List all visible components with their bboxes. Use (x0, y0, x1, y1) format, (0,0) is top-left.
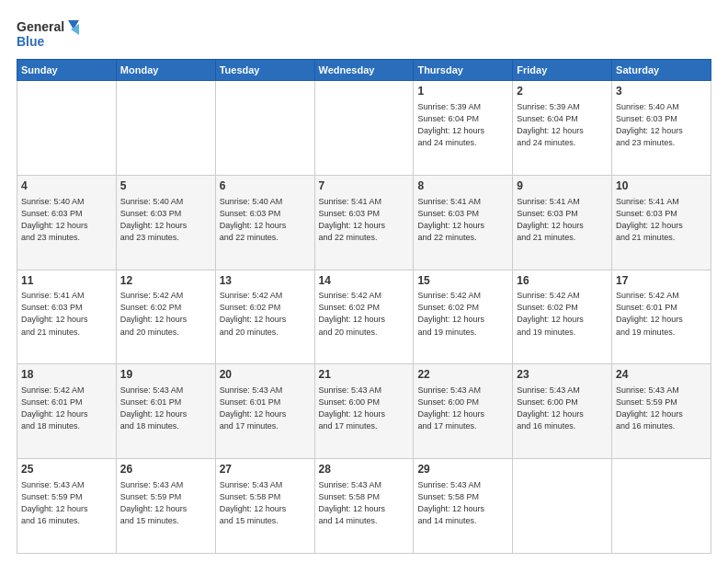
day-info: Sunrise: 5:43 AMSunset: 6:00 PMDaylight:… (517, 385, 608, 432)
cell-w4-d0: 18Sunrise: 5:42 AMSunset: 6:01 PMDayligh… (17, 364, 117, 459)
day-info: Sunrise: 5:42 AMSunset: 6:02 PMDaylight:… (417, 290, 508, 338)
day-number: 11 (21, 273, 112, 289)
day-number: 21 (319, 367, 410, 383)
cell-w3-d6: 17Sunrise: 5:42 AMSunset: 6:01 PMDayligh… (612, 270, 711, 364)
cell-w1-d5: 2Sunrise: 5:39 AMSunset: 6:04 PMDaylight… (513, 81, 612, 176)
cell-w4-d1: 19Sunrise: 5:43 AMSunset: 6:01 PMDayligh… (116, 364, 215, 459)
day-info: Sunrise: 5:43 AMSunset: 6:01 PMDaylight:… (120, 385, 211, 432)
cell-w1-d2 (215, 81, 314, 176)
day-info: Sunrise: 5:43 AMSunset: 5:58 PMDaylight:… (417, 479, 508, 527)
day-number: 17 (616, 273, 707, 289)
day-info: Sunrise: 5:40 AMSunset: 6:03 PMDaylight:… (120, 196, 211, 244)
day-number: 2 (517, 84, 608, 99)
day-info: Sunrise: 5:42 AMSunset: 6:01 PMDaylight:… (616, 290, 707, 338)
header: General Blue (17, 17, 711, 52)
cell-w3-d2: 13Sunrise: 5:42 AMSunset: 6:02 PMDayligh… (215, 270, 314, 364)
cell-w2-d0: 4Sunrise: 5:40 AMSunset: 6:03 PMDaylight… (17, 175, 117, 270)
day-info: Sunrise: 5:42 AMSunset: 6:02 PMDaylight:… (120, 290, 211, 338)
day-info: Sunrise: 5:39 AMSunset: 6:04 PMDaylight:… (417, 101, 508, 149)
cell-w3-d5: 16Sunrise: 5:42 AMSunset: 6:02 PMDayligh… (513, 270, 612, 364)
day-info: Sunrise: 5:42 AMSunset: 6:02 PMDaylight:… (517, 290, 608, 338)
header-tuesday: Tuesday (215, 60, 314, 81)
cell-w5-d6 (612, 459, 711, 554)
day-number: 14 (319, 273, 410, 289)
calendar-header-row: SundayMondayTuesdayWednesdayThursdayFrid… (17, 60, 711, 81)
day-number: 16 (517, 273, 608, 289)
day-info: Sunrise: 5:39 AMSunset: 6:04 PMDaylight:… (517, 101, 608, 149)
day-number: 25 (21, 462, 112, 477)
cell-w2-d6: 10Sunrise: 5:41 AMSunset: 6:03 PMDayligh… (612, 175, 711, 270)
cell-w4-d4: 22Sunrise: 5:43 AMSunset: 6:00 PMDayligh… (414, 364, 513, 459)
cell-w3-d4: 15Sunrise: 5:42 AMSunset: 6:02 PMDayligh… (414, 270, 513, 364)
cell-w3-d1: 12Sunrise: 5:42 AMSunset: 6:02 PMDayligh… (116, 270, 215, 364)
day-info: Sunrise: 5:41 AMSunset: 6:03 PMDaylight:… (319, 196, 410, 244)
week-row-2: 4Sunrise: 5:40 AMSunset: 6:03 PMDaylight… (17, 175, 711, 270)
day-info: Sunrise: 5:42 AMSunset: 6:02 PMDaylight:… (319, 290, 410, 338)
cell-w4-d6: 24Sunrise: 5:43 AMSunset: 5:59 PMDayligh… (612, 364, 711, 459)
week-row-3: 11Sunrise: 5:41 AMSunset: 6:03 PMDayligh… (17, 270, 711, 364)
day-number: 19 (120, 367, 211, 383)
cell-w2-d5: 9Sunrise: 5:41 AMSunset: 6:03 PMDaylight… (513, 175, 612, 270)
day-number: 29 (417, 462, 508, 477)
header-monday: Monday (116, 60, 215, 81)
day-number: 7 (319, 178, 410, 194)
cell-w1-d3 (314, 81, 414, 176)
day-number: 22 (417, 367, 508, 383)
cell-w5-d4: 29Sunrise: 5:43 AMSunset: 5:58 PMDayligh… (414, 459, 513, 554)
day-number: 20 (220, 367, 311, 383)
day-info: Sunrise: 5:40 AMSunset: 6:03 PMDaylight:… (220, 196, 311, 244)
cell-w1-d1 (116, 81, 215, 176)
day-info: Sunrise: 5:40 AMSunset: 6:03 PMDaylight:… (616, 101, 707, 149)
logo-svg: General Blue (17, 17, 81, 52)
day-number: 8 (417, 178, 508, 194)
day-number: 6 (220, 178, 311, 194)
cell-w2-d4: 8Sunrise: 5:41 AMSunset: 6:03 PMDaylight… (414, 175, 513, 270)
day-number: 3 (616, 84, 707, 99)
day-number: 15 (417, 273, 508, 289)
logo: General Blue (17, 17, 81, 52)
week-row-4: 18Sunrise: 5:42 AMSunset: 6:01 PMDayligh… (17, 364, 711, 459)
cell-w1-d0 (17, 81, 117, 176)
cell-w4-d2: 20Sunrise: 5:43 AMSunset: 6:01 PMDayligh… (215, 364, 314, 459)
page: General Blue SundayMondayTuesdayWednesda… (0, 0, 728, 563)
day-info: Sunrise: 5:43 AMSunset: 5:59 PMDaylight:… (21, 479, 112, 527)
header-thursday: Thursday (414, 60, 513, 81)
day-info: Sunrise: 5:43 AMSunset: 6:00 PMDaylight:… (417, 385, 508, 432)
cell-w5-d1: 26Sunrise: 5:43 AMSunset: 5:59 PMDayligh… (116, 459, 215, 554)
cell-w4-d3: 21Sunrise: 5:43 AMSunset: 6:00 PMDayligh… (314, 364, 414, 459)
cell-w5-d0: 25Sunrise: 5:43 AMSunset: 5:59 PMDayligh… (17, 459, 117, 554)
header-wednesday: Wednesday (314, 60, 414, 81)
day-info: Sunrise: 5:43 AMSunset: 6:00 PMDaylight:… (319, 385, 410, 432)
day-info: Sunrise: 5:42 AMSunset: 6:01 PMDaylight:… (21, 385, 112, 432)
header-friday: Friday (513, 60, 612, 81)
day-number: 4 (21, 178, 112, 194)
cell-w5-d3: 28Sunrise: 5:43 AMSunset: 5:58 PMDayligh… (314, 459, 414, 554)
svg-text:Blue: Blue (17, 34, 45, 49)
cell-w2-d2: 6Sunrise: 5:40 AMSunset: 6:03 PMDaylight… (215, 175, 314, 270)
week-row-1: 1Sunrise: 5:39 AMSunset: 6:04 PMDaylight… (17, 81, 711, 176)
day-number: 10 (616, 178, 707, 194)
day-info: Sunrise: 5:41 AMSunset: 6:03 PMDaylight:… (616, 196, 707, 244)
day-number: 1 (417, 84, 508, 99)
day-info: Sunrise: 5:41 AMSunset: 6:03 PMDaylight:… (417, 196, 508, 244)
cell-w5-d5 (513, 459, 612, 554)
day-info: Sunrise: 5:43 AMSunset: 5:58 PMDaylight:… (319, 479, 410, 527)
cell-w2-d3: 7Sunrise: 5:41 AMSunset: 6:03 PMDaylight… (314, 175, 414, 270)
cell-w3-d0: 11Sunrise: 5:41 AMSunset: 6:03 PMDayligh… (17, 270, 117, 364)
cell-w1-d6: 3Sunrise: 5:40 AMSunset: 6:03 PMDaylight… (612, 81, 711, 176)
day-info: Sunrise: 5:41 AMSunset: 6:03 PMDaylight:… (517, 196, 608, 244)
day-number: 9 (517, 178, 608, 194)
cell-w4-d5: 23Sunrise: 5:43 AMSunset: 6:00 PMDayligh… (513, 364, 612, 459)
day-info: Sunrise: 5:43 AMSunset: 5:59 PMDaylight:… (616, 385, 707, 432)
day-info: Sunrise: 5:43 AMSunset: 6:01 PMDaylight:… (220, 385, 311, 432)
svg-text:General: General (17, 19, 64, 34)
day-number: 27 (220, 462, 311, 477)
cell-w2-d1: 5Sunrise: 5:40 AMSunset: 6:03 PMDaylight… (116, 175, 215, 270)
day-number: 12 (120, 273, 211, 289)
cell-w3-d3: 14Sunrise: 5:42 AMSunset: 6:02 PMDayligh… (314, 270, 414, 364)
day-info: Sunrise: 5:41 AMSunset: 6:03 PMDaylight:… (21, 290, 112, 338)
day-number: 26 (120, 462, 211, 477)
day-info: Sunrise: 5:43 AMSunset: 5:58 PMDaylight:… (220, 479, 311, 527)
cell-w1-d4: 1Sunrise: 5:39 AMSunset: 6:04 PMDaylight… (414, 81, 513, 176)
day-number: 28 (319, 462, 410, 477)
